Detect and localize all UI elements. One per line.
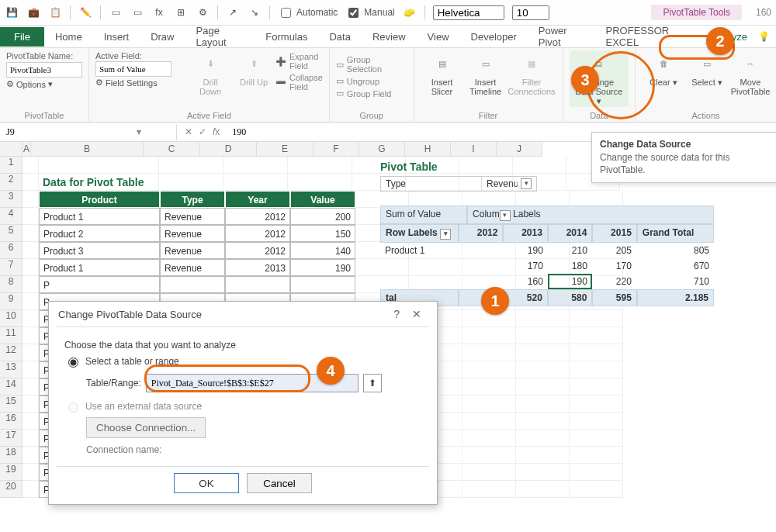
pivot-grand-total-cell[interactable]: 805 — [636, 243, 714, 258]
cell[interactable] — [23, 327, 39, 344]
cell[interactable] — [516, 447, 570, 464]
wrap-icon[interactable]: ▭ — [130, 5, 144, 19]
cell[interactable]: 2012 — [225, 242, 290, 259]
cell[interactable] — [516, 413, 570, 430]
pivot-value-cell[interactable]: 210 — [548, 243, 592, 258]
cell[interactable] — [23, 293, 39, 310]
cell[interactable] — [570, 378, 623, 396]
cell[interactable] — [516, 464, 570, 481]
paste-icon[interactable]: 📋 — [48, 5, 62, 19]
tell-me-icon[interactable]: 💡 — [758, 31, 770, 42]
manual-checkbox[interactable]: Manual — [345, 5, 394, 20]
enter-formula-icon[interactable]: ✓ — [199, 126, 206, 137]
col-header[interactable]: D — [200, 142, 257, 157]
cell[interactable] — [516, 327, 570, 344]
cell[interactable] — [570, 464, 623, 481]
cell[interactable] — [462, 344, 516, 361]
cell[interactable] — [223, 174, 288, 191]
cell[interactable] — [23, 157, 39, 174]
cell[interactable] — [160, 276, 225, 293]
col-header[interactable]: J — [497, 142, 542, 157]
clear-button[interactable]: 🗑 Clear ▾ — [642, 50, 685, 88]
cell[interactable] — [23, 396, 39, 413]
active-field-input[interactable] — [95, 61, 171, 77]
move-pivottable-button[interactable]: ↔ Move PivotTable — [729, 50, 772, 98]
col-header[interactable]: A — [23, 142, 31, 157]
col-header[interactable]: I — [451, 142, 497, 157]
cell[interactable] — [23, 481, 39, 498]
pivot-value-cell[interactable]: 595 — [592, 289, 636, 306]
pivot-filter[interactable]: Type Revenue▾ — [380, 176, 537, 192]
cell[interactable] — [288, 157, 352, 174]
row-header[interactable]: 17 — [0, 430, 23, 447]
row-header[interactable]: 8 — [0, 276, 23, 293]
cell[interactable] — [462, 327, 516, 344]
row-header[interactable]: 18 — [0, 447, 23, 464]
row-header[interactable]: 14 — [0, 378, 23, 396]
tab-page-layout[interactable]: Page Layout — [185, 21, 255, 52]
font-name-combo[interactable] — [433, 5, 504, 20]
cell[interactable] — [516, 481, 570, 498]
row-header[interactable]: 12 — [0, 344, 23, 361]
cell[interactable] — [462, 481, 516, 498]
row-header[interactable]: 15 — [0, 396, 23, 413]
row-header[interactable]: 1 — [0, 157, 23, 174]
trace-icon[interactable]: ↗ — [226, 5, 240, 19]
cell[interactable] — [288, 174, 352, 191]
cell[interactable] — [23, 225, 39, 242]
font-size-combo[interactable] — [512, 5, 549, 20]
cell[interactable]: Revenue — [160, 242, 225, 259]
pivot-value-cell[interactable]: 220 — [592, 274, 636, 289]
cell[interactable] — [516, 378, 570, 396]
cell[interactable]: Year — [225, 191, 290, 208]
row-header[interactable]: 2 — [0, 174, 23, 191]
pivot-row-label-cell[interactable]: Product 1 — [380, 243, 459, 258]
cell[interactable] — [290, 276, 355, 293]
cell[interactable] — [23, 276, 39, 293]
name-box-dropdown-icon[interactable]: ▾ — [137, 126, 141, 137]
cell[interactable] — [23, 259, 39, 276]
tab-developer[interactable]: Developer — [460, 27, 528, 47]
iferror-icon[interactable]: ⚙ — [196, 5, 210, 19]
cell[interactable]: Product 2 — [39, 225, 160, 242]
cell[interactable] — [462, 361, 516, 378]
cell[interactable]: P — [39, 276, 160, 293]
col-header[interactable]: E — [257, 142, 314, 157]
cell[interactable] — [570, 430, 623, 447]
fx-icon[interactable]: fx — [213, 126, 220, 137]
cancel-formula-icon[interactable]: ✕ — [185, 126, 192, 137]
ok-button[interactable]: OK — [174, 473, 239, 493]
cancel-button[interactable]: Cancel — [247, 473, 312, 493]
collapse-field-button[interactable]: ➖ Collapse Field — [275, 73, 323, 92]
tab-power-pivot[interactable]: Power Pivot — [528, 21, 595, 52]
cell[interactable] — [462, 464, 516, 481]
cell[interactable] — [159, 174, 223, 191]
pivot-value-cell[interactable] — [459, 258, 504, 274]
pivot-grand-total-cell[interactable]: 710 — [636, 274, 714, 289]
cell[interactable]: Type — [160, 191, 225, 208]
tab-file[interactable]: File — [0, 27, 44, 47]
row-header[interactable]: 4 — [0, 208, 23, 225]
pivottable-name-input[interactable] — [6, 62, 82, 78]
cell[interactable]: Data for Pivot Table — [39, 174, 159, 191]
row-header[interactable]: 19 — [0, 464, 23, 481]
tab-formulas[interactable]: Formulas — [255, 27, 318, 47]
cell[interactable] — [23, 191, 39, 208]
cell[interactable] — [516, 396, 570, 413]
untrace-icon[interactable]: ↘ — [248, 5, 262, 19]
row-header[interactable]: 3 — [0, 191, 23, 208]
pivot-value-cell[interactable]: 190 — [504, 243, 548, 258]
cell[interactable] — [23, 208, 39, 225]
pivot-value-cell[interactable]: 190 — [548, 274, 592, 289]
expand-field-button[interactable]: ➕ Expand Field — [275, 52, 323, 71]
select-all-corner[interactable] — [0, 142, 23, 157]
cell[interactable] — [570, 327, 623, 344]
cell[interactable] — [570, 481, 623, 498]
cell[interactable]: Product 1 — [39, 259, 160, 276]
cell[interactable] — [23, 413, 39, 430]
cell[interactable]: Value — [290, 191, 355, 208]
tab-home[interactable]: Home — [44, 27, 93, 47]
vlookup-icon[interactable]: fx — [152, 5, 166, 19]
cell[interactable]: 140 — [290, 242, 355, 259]
close-icon[interactable]: ✕ — [406, 308, 428, 320]
